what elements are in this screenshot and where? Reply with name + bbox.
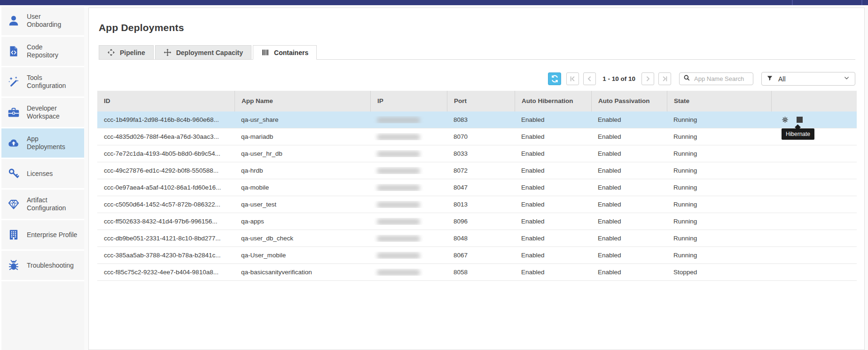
cell-ip: [370, 235, 447, 242]
table-row[interactable]: ccc-1b499fa1-2d98-416b-8c4b-960e68...qa-…: [97, 111, 857, 128]
column-header-app-name: App Name: [235, 91, 370, 111]
cell-port: 8033: [447, 150, 515, 157]
cell-port: 8096: [447, 218, 515, 225]
cell-state: Running: [667, 184, 771, 191]
table-row[interactable]: ccc-ff502633-8432-41d4-97b6-996156...qa-…: [97, 213, 857, 230]
table-header-row: IDApp NameIPPortAuto HibernationAuto Pas…: [97, 91, 857, 111]
refresh-icon: [550, 74, 559, 83]
redacted-ip-value: [377, 185, 420, 191]
cell-auto-passivation: Enabled: [591, 252, 667, 259]
cell-ip: [370, 167, 447, 174]
chevron-left-icon: [586, 75, 594, 83]
prev-page-button[interactable]: [583, 72, 596, 85]
hibernate-icon[interactable]: [797, 117, 803, 123]
redacted-ip-value: [377, 270, 420, 276]
redacted-ip-value: [377, 117, 420, 123]
app-name-search[interactable]: [679, 72, 753, 85]
cell-auto-passivation: Enabled: [591, 235, 667, 242]
pagination-range: 1 - 10 of 10: [602, 75, 635, 82]
cell-state: Running: [667, 252, 771, 259]
cell-id: ccc-4835d026-788f-46ea-a76d-30aac3...: [97, 133, 235, 140]
search-icon: [683, 74, 690, 83]
topbar-divider: [861, 0, 862, 5]
table-row[interactable]: ccc-c5050d64-1452-4c57-872b-086322...qa-…: [97, 196, 857, 213]
cell-auto-hibernation: Enabled: [515, 269, 591, 276]
table-row[interactable]: ccc-db9be051-2331-4121-8c10-8bd277...qa-…: [97, 230, 857, 247]
magic-wand-icon: [8, 76, 20, 88]
tab-label: Pipeline: [120, 49, 145, 56]
cell-port: 8013: [447, 201, 515, 208]
redacted-ip-value: [377, 168, 420, 174]
pipeline-icon: [107, 48, 115, 56]
sidebar: UserOnboardingCodeRepositoryToolsConfigu…: [0, 5, 84, 350]
first-page-button[interactable]: [566, 72, 579, 85]
cell-auto-hibernation: Enabled: [515, 133, 591, 140]
cell-ip: [370, 218, 447, 225]
chevron-right-icon: [644, 75, 652, 83]
cell-ip: [370, 116, 447, 123]
column-header-id: ID: [97, 91, 235, 111]
column-header-actions: [771, 91, 857, 111]
cell-app-name: qa-basicsanityverification: [235, 269, 370, 276]
sidebar-item-enterprise-profile[interactable]: Enterprise Profile: [1, 220, 84, 249]
cell-auto-passivation: Enabled: [591, 116, 667, 123]
cell-id: ccc-ff502633-8432-41d4-97b6-996156...: [97, 218, 235, 225]
table-row[interactable]: ccc-0e97aea4-a5af-4102-86a1-fd60e16...qa…: [97, 179, 857, 196]
filter-dropdown[interactable]: All: [761, 72, 855, 86]
next-page-button[interactable]: [641, 72, 654, 85]
cell-actions: [771, 116, 857, 123]
cell-port: 8070: [447, 133, 515, 140]
sidebar-item-troubleshooting[interactable]: Troubleshooting: [1, 251, 84, 280]
tab-containers[interactable]: Containers: [253, 45, 317, 60]
code-file-icon: [8, 45, 20, 57]
sidebar-item-licenses[interactable]: Licenses: [1, 159, 84, 188]
cell-app-name: qa-mobile: [235, 184, 370, 191]
cell-app-name: qa-User_mobile: [235, 252, 370, 259]
cell-app-name: qa-user_db_check: [235, 235, 370, 242]
building-icon: [8, 229, 20, 241]
chevron-down-icon: [843, 74, 850, 83]
first-page-icon: [569, 75, 577, 83]
cell-app-name: qa-usr_share: [235, 116, 370, 123]
search-input[interactable]: [693, 75, 749, 83]
redacted-ip-value: [377, 219, 420, 225]
screen: UserOnboardingCodeRepositoryToolsConfigu…: [0, 0, 868, 350]
cell-auto-passivation: Enabled: [591, 201, 667, 208]
refresh-button[interactable]: [548, 72, 561, 85]
cell-app-name: qa-hrdb: [235, 167, 370, 174]
column-header-state: State: [667, 91, 771, 111]
sidebar-item-user-onboarding[interactable]: UserOnboarding: [1, 6, 84, 35]
cell-auto-hibernation: Enabled: [515, 150, 591, 157]
table-row[interactable]: ccc-f85c75c2-9232-4ee7-b404-9810a8...qa-…: [97, 264, 857, 281]
diamond-icon: [8, 198, 20, 210]
cell-auto-hibernation: Enabled: [515, 235, 591, 242]
cell-state: Running: [667, 201, 771, 208]
cell-auto-passivation: Enabled: [591, 150, 667, 157]
sidebar-item-developer-workspace[interactable]: DeveloperWorkspace: [1, 98, 84, 127]
tab-deployment-capacity[interactable]: Deployment Capacity: [155, 45, 251, 60]
sidebar-item-tools-configuration[interactable]: ToolsConfiguration: [1, 67, 84, 96]
cell-auto-hibernation: Enabled: [515, 116, 591, 123]
cell-auto-passivation: Enabled: [591, 167, 667, 174]
cell-port: 8047: [447, 184, 515, 191]
sidebar-item-app-deployments[interactable]: AppDeployments: [1, 128, 84, 158]
table-row[interactable]: ccc-4835d026-788f-46ea-a76d-30aac3...qa-…: [97, 128, 857, 145]
key-icon: [8, 167, 20, 180]
sidebar-item-artifact-configuration[interactable]: ArtifactConfiguration: [1, 190, 84, 219]
hibernate-tooltip: Hibernate: [782, 128, 814, 140]
last-page-button[interactable]: [658, 72, 671, 85]
table-row[interactable]: ccc-7e72c1da-4193-4b05-b8d0-6b9c54...qa-…: [97, 145, 857, 162]
table-row[interactable]: ccc-49c27876-ed1c-4292-b0f8-550588...qa-…: [97, 162, 857, 179]
sidebar-item-code-repository[interactable]: CodeRepository: [1, 37, 84, 66]
cell-app-name: qa-apps: [235, 218, 370, 225]
cell-id: ccc-1b499fa1-2d98-416b-8c4b-960e68...: [97, 116, 235, 123]
cell-port: 8058: [447, 269, 515, 276]
redacted-ip-value: [377, 236, 420, 242]
content-card: App Deployments PipelineDeployment Capac…: [88, 8, 865, 350]
settings-gear-icon[interactable]: [782, 116, 789, 123]
redacted-ip-value: [377, 253, 420, 259]
redacted-ip-value: [377, 151, 420, 157]
move-arrows-icon: [164, 48, 172, 56]
tab-pipeline[interactable]: Pipeline: [99, 45, 154, 60]
table-row[interactable]: ccc-385aa5ab-3788-4230-b78a-b2841c...qa-…: [97, 247, 857, 264]
